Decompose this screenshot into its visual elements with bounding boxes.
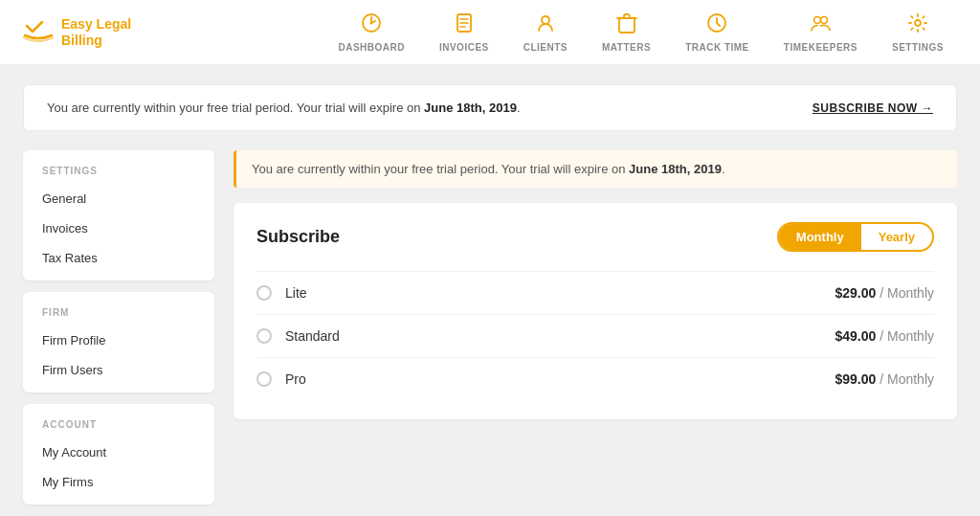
nav-item-timekeepers[interactable]: TIMEKEEPERS bbox=[770, 5, 871, 60]
sidebar-item-tax-rates[interactable]: Tax Rates bbox=[23, 243, 214, 273]
sidebar-section-label-account: ACCOUNT bbox=[23, 419, 214, 437]
matters-icon bbox=[616, 12, 637, 38]
nav-item-settings[interactable]: SETTINGS bbox=[879, 5, 957, 60]
logo-line1: Easy Legal bbox=[61, 16, 131, 33]
trial-inner-suffix: . bbox=[722, 162, 725, 176]
plan-price-lite: $29.00 / Monthly bbox=[835, 285, 934, 301]
nav-label-matters: MATTERS bbox=[602, 42, 651, 53]
sidebar-section-label-firm: FIRM bbox=[23, 307, 214, 325]
sidebar-section-settings: SETTINGS General Invoices Tax Rates bbox=[23, 150, 214, 280]
nav-label-invoices: INVOICES bbox=[439, 42, 489, 53]
plan-radio-pro[interactable] bbox=[256, 371, 272, 387]
nav-label-timekeepers: TIMEKEEPERS bbox=[784, 42, 858, 53]
plan-name-pro: Pro bbox=[285, 371, 835, 387]
invoices-icon bbox=[454, 12, 475, 38]
sidebar-item-invoices[interactable]: Invoices bbox=[23, 213, 214, 243]
plan-row-pro: Pro $99.00 / Monthly bbox=[256, 357, 934, 400]
settings-icon bbox=[907, 12, 928, 38]
sidebar-section-account: ACCOUNT My Account My Firms bbox=[23, 404, 214, 505]
trial-text-prefix: You are currently within your free trial… bbox=[47, 101, 424, 115]
yearly-toggle-button[interactable]: Yearly bbox=[861, 224, 932, 250]
plan-price-amount-pro: $99.00 bbox=[835, 371, 876, 387]
sidebar: SETTINGS General Invoices Tax Rates FIRM… bbox=[23, 150, 214, 516]
svg-point-9 bbox=[821, 16, 828, 23]
trial-banner-top: You are currently within your free trial… bbox=[23, 84, 957, 131]
plan-name-standard: Standard bbox=[285, 328, 835, 344]
plan-price-amount-lite: $29.00 bbox=[835, 285, 876, 301]
subscribe-header: Subscribe Monthly Yearly bbox=[256, 222, 934, 252]
subscribe-title: Subscribe bbox=[256, 227, 340, 247]
trial-date-top: June 18th, 2019 bbox=[424, 101, 517, 115]
header: Easy Legal Billing DASHBOARD bbox=[0, 0, 980, 65]
sidebar-section-label-settings: SETTINGS bbox=[23, 166, 214, 184]
trial-banner-inner: You are currently within your free trial… bbox=[234, 150, 957, 188]
clients-icon bbox=[535, 12, 556, 38]
plan-price-pro: $99.00 / Monthly bbox=[835, 371, 934, 387]
plan-price-amount-standard: $49.00 bbox=[835, 328, 876, 344]
sidebar-item-firm-users[interactable]: Firm Users bbox=[23, 355, 214, 385]
monthly-toggle-button[interactable]: Monthly bbox=[779, 224, 861, 250]
trial-inner-date: June 18th, 2019 bbox=[629, 162, 722, 176]
svg-point-10 bbox=[915, 20, 921, 26]
subscribe-now-button[interactable]: SUBSCRIBE NOW → bbox=[813, 101, 933, 115]
main-panel: You are currently within your free trial… bbox=[234, 150, 957, 419]
nav-item-clients[interactable]: CLIENTS bbox=[510, 5, 581, 60]
dashboard-icon bbox=[361, 12, 382, 38]
billing-period-toggle: Monthly Yearly bbox=[777, 222, 934, 252]
plan-row-lite: Lite $29.00 / Monthly bbox=[256, 271, 934, 314]
nav-item-matters[interactable]: MATTERS bbox=[589, 5, 664, 60]
logo-line2: Billing bbox=[61, 33, 131, 49]
nav-item-track-time[interactable]: TRACK TIME bbox=[672, 5, 763, 60]
plan-name-lite: Lite bbox=[285, 285, 835, 301]
svg-point-8 bbox=[814, 16, 821, 23]
logo: Easy Legal Billing bbox=[23, 16, 131, 49]
sidebar-section-firm: FIRM Firm Profile Firm Users bbox=[23, 292, 214, 393]
plan-row-standard: Standard $49.00 / Monthly bbox=[256, 314, 934, 357]
trial-text-suffix: . bbox=[517, 101, 521, 115]
svg-point-6 bbox=[542, 16, 549, 24]
main-content: You are currently within your free trial… bbox=[0, 65, 980, 516]
plan-radio-standard[interactable] bbox=[256, 328, 272, 344]
subscribe-card: Subscribe Monthly Yearly Lite $29.00 / M… bbox=[234, 203, 957, 419]
plan-price-period-standard: / Monthly bbox=[876, 328, 934, 344]
nav-label-clients: CLIENTS bbox=[523, 42, 568, 53]
nav-label-track-time: TRACK TIME bbox=[685, 42, 749, 53]
sidebar-item-my-firms[interactable]: My Firms bbox=[23, 467, 214, 497]
logo-text: Easy Legal Billing bbox=[61, 16, 131, 49]
plan-price-period-lite: / Monthly bbox=[876, 285, 934, 301]
logo-icon bbox=[23, 16, 54, 49]
plan-price-period-pro: / Monthly bbox=[876, 371, 934, 387]
content-row: SETTINGS General Invoices Tax Rates FIRM… bbox=[23, 150, 957, 516]
nav-label-dashboard: DASHBOARD bbox=[338, 42, 405, 53]
plan-radio-lite[interactable] bbox=[256, 285, 272, 301]
sidebar-item-firm-profile[interactable]: Firm Profile bbox=[23, 325, 214, 355]
svg-point-1 bbox=[370, 21, 373, 24]
nav-item-invoices[interactable]: INVOICES bbox=[426, 5, 502, 60]
trial-banner-top-text: You are currently within your free trial… bbox=[47, 101, 521, 115]
nav-label-settings: SETTINGS bbox=[892, 42, 944, 53]
clock-icon bbox=[706, 12, 727, 38]
nav-item-dashboard[interactable]: DASHBOARD bbox=[324, 5, 418, 60]
main-nav: DASHBOARD INVOICES CLIENTS bbox=[324, 5, 957, 60]
sidebar-item-general[interactable]: General bbox=[23, 184, 214, 213]
timekeepers-icon bbox=[810, 12, 831, 38]
trial-inner-prefix: You are currently within your free trial… bbox=[252, 162, 629, 176]
plan-price-standard: $49.00 / Monthly bbox=[835, 328, 934, 344]
sidebar-item-my-account[interactable]: My Account bbox=[23, 437, 214, 467]
